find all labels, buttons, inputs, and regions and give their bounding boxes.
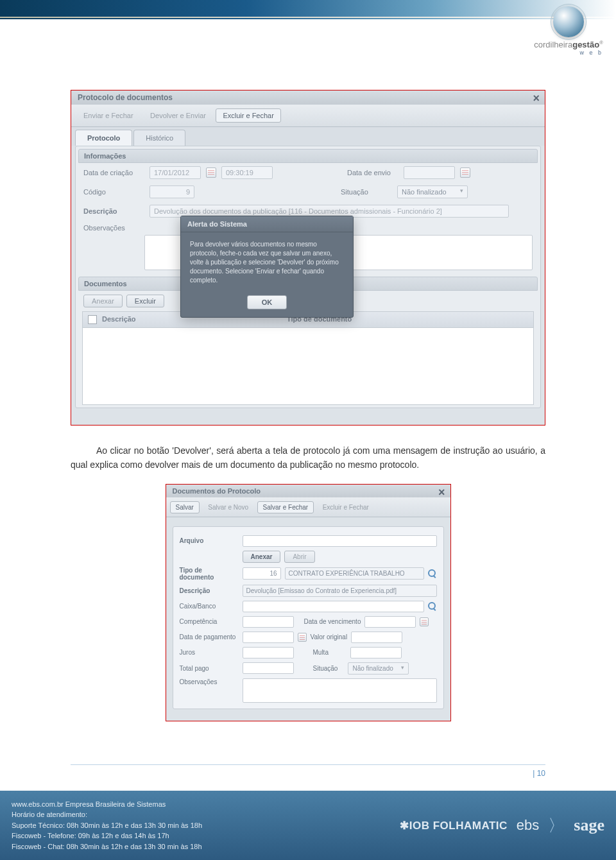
label-data-pag: Data de pagamento [180,633,239,641]
input-valor-orig[interactable] [351,632,402,643]
label-multa: Multa [313,649,329,656]
input-juros[interactable] [243,647,294,658]
window-title: Protocolo de documentos × [71,90,545,105]
input-caixa[interactable] [243,601,424,612]
input-tipo-text: CONTRATO EXPERIÊNCIA TRABALHO [285,567,424,580]
btn-excluir[interactable]: Excluir [126,295,164,307]
label-caixa: Caixa/Banco [180,603,239,610]
input-tipo-code[interactable]: 16 [243,567,281,580]
label-tipo: Tipo de documento [180,567,239,581]
label-data-envio: Data de envio [347,169,398,176]
btn-anexar[interactable]: Anexar [83,295,123,307]
label-total: Total pago [180,665,239,672]
chevron-right-icon: 〉 [548,814,565,837]
logo-text: cordilheiragestão® [534,40,603,49]
globe-icon [553,6,584,37]
label-situacao: Situação [341,188,392,196]
label-competencia: Competência [180,618,239,625]
input-descricao-2: Devolução [Emissao do Contrato de Experi… [243,585,437,597]
window-title-2: Documentos do Protocolo × [166,485,450,497]
calendar-icon[interactable] [420,617,429,626]
select-situacao-2[interactable]: Não finalizado [348,662,409,675]
footer-banner: www.ebs.com.br Empresa Brasileira de Sis… [0,791,616,860]
tab-protocolo[interactable]: Protocolo [75,130,132,146]
textarea-obs-2[interactable] [243,678,437,703]
btn-anexar-2[interactable]: Anexar [243,551,281,563]
label-juros: Juros [180,649,239,656]
label-arquivo: Arquivo [180,537,239,544]
footer-contact: www.ebs.com.br Empresa Brasileira de Sis… [12,799,202,852]
input-data-venc[interactable] [364,616,416,628]
header-bar [0,0,616,19]
label-valor-orig: Valor original [311,633,348,641]
close-icon[interactable]: × [438,486,445,499]
calendar-icon[interactable] [298,633,307,642]
input-multa[interactable] [350,647,402,658]
input-codigo: 9 [150,185,194,198]
input-arquivo[interactable] [243,535,437,547]
screenshot-protocolo: Protocolo de documentos × Enviar e Fecha… [71,90,545,426]
checkbox-all[interactable] [88,315,97,324]
calendar-icon[interactable] [460,168,470,178]
input-data-envio [404,166,455,179]
logo: cordilheiragestão® w e b [534,6,603,56]
btn-salvar[interactable]: Salvar [170,501,200,513]
brand-ebs: ebs [517,817,539,834]
modal-ok-button[interactable]: OK [247,295,287,309]
page-number: | 10 [533,769,545,778]
label-descricao: Descrição [83,207,144,215]
tab-historico[interactable]: Histórico [133,130,185,146]
label-codigo: Código [83,188,144,196]
grid-body [82,328,534,405]
footer-brands: ✱IOB FOLHAMATIC ebs 〉 sage [400,814,604,837]
btn-excluir-fechar[interactable]: Excluir e Fechar [216,108,280,123]
label-data-venc: Data de vencimento [304,618,361,625]
search-icon[interactable] [428,569,437,578]
instruction-paragraph: Ao clicar no botão 'Devolver', será aber… [71,443,545,472]
select-situacao[interactable]: Não finalizado [397,185,468,198]
modal-body: Para devolver vários documentos no mesmo… [181,232,353,290]
btn-devolver-enviar[interactable]: Devolver e Enviar [143,108,213,123]
logo-subtext: w e b [534,49,603,56]
btn-excluir-fechar-2[interactable]: Excluir e Fechar [317,501,375,513]
label-observacoes: Observações [83,224,144,232]
btn-salvar-novo[interactable]: Salvar e Novo [202,501,254,513]
close-icon[interactable]: × [533,92,540,105]
label-descricao-2: Descrição [180,587,239,594]
search-icon[interactable] [428,602,437,611]
btn-enviar-fechar[interactable]: Enviar e Fechar [76,108,141,123]
input-competencia[interactable] [243,616,294,628]
btn-salvar-fechar[interactable]: Salvar e Fechar [257,501,314,513]
input-data-pag[interactable] [243,632,294,643]
input-total[interactable] [243,662,294,674]
input-hora-criacao: 09:30:19 [221,166,273,179]
modal-title: Alerta do Sistema [181,216,353,232]
input-data-criacao: 17/01/2012 [150,166,201,179]
alert-modal: Alerta do Sistema Para devolver vários d… [180,216,354,318]
calendar-icon[interactable] [206,168,216,178]
screenshot-documentos-protocolo: Documentos do Protocolo × Salvar Salvar … [166,484,451,721]
brand-iob: ✱IOB FOLHAMATIC [400,819,508,832]
label-data-criacao: Data de criação [83,169,144,176]
btn-abrir[interactable]: Abrir [284,551,314,563]
label-situacao-2: Situação [313,665,338,672]
brand-sage: sage [574,816,604,835]
label-obs-2: Observações [180,678,239,685]
section-informacoes: Informações [78,149,538,163]
